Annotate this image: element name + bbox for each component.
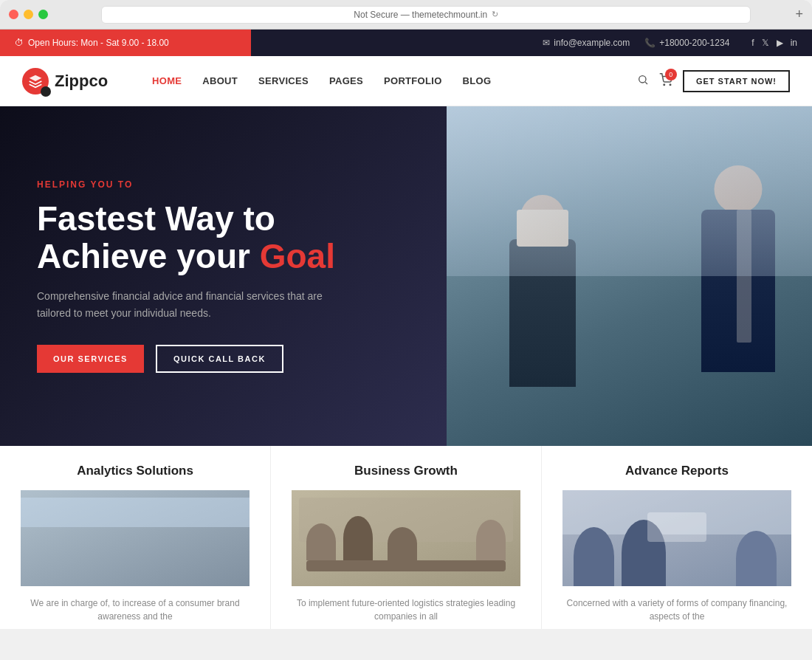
reload-icon[interactable]: ↻ — [492, 10, 498, 19]
nav-about[interactable]: ABOUT — [202, 75, 238, 86]
card-analytics-desc: We are in charge of, to increase of a co… — [21, 586, 250, 629]
hero-bg-right — [447, 106, 812, 446]
hero-title-highlight: Goal — [260, 237, 335, 275]
nav-services[interactable]: SERVICES — [258, 75, 309, 86]
address-bar[interactable]: Not Secure — themetechmount.in ↻ — [101, 6, 751, 24]
hero-title: Fastest Way to Achieve your Goal — [37, 200, 385, 275]
maximize-button[interactable] — [38, 10, 48, 19]
card-analytics-image — [21, 490, 250, 586]
twitter-icon[interactable]: 𝕏 — [762, 38, 769, 48]
top-bar-right: ✉ info@example.com 📞 +18000-200-1234 f 𝕏… — [251, 30, 812, 56]
cart-badge: 0 — [665, 69, 677, 80]
hero-title-line1: Fastest Way to — [37, 199, 275, 238]
nav-home[interactable]: HOME — [152, 75, 182, 86]
browser-chrome: Not Secure — themetechmount.in ↻ + — [0, 0, 812, 30]
social-icons: f 𝕏 ▶ in — [751, 38, 797, 48]
card-reports-title: Advance Reports — [562, 464, 791, 478]
card-growth-title: Business Growth — [292, 464, 520, 478]
hero-content: HELPING YOU TO Fastest Way to Achieve yo… — [0, 106, 422, 446]
logo-icon — [22, 68, 49, 94]
nav-portfolio[interactable]: PORTFOLIO — [384, 75, 442, 86]
card-analytics-title: Analytics Solutions — [21, 464, 250, 478]
quick-callback-button[interactable]: QUICK CALL BACK — [156, 345, 283, 373]
traffic-lights — [9, 10, 48, 19]
get-start-button[interactable]: GET START NOW! — [683, 70, 790, 92]
svg-point-2 — [670, 84, 671, 86]
svg-point-0 — [639, 75, 646, 82]
hero-title-line2: Achieve your — [37, 237, 260, 275]
header-actions: 0 GET START NOW! — [637, 70, 790, 92]
phone-contact: 📞 +18000-200-1234 — [644, 38, 729, 48]
card-growth-image — [292, 490, 520, 586]
main-nav: HOME ABOUT SERVICES PAGES PORTFOLIO BLOG — [152, 75, 637, 86]
minimize-button[interactable] — [24, 10, 33, 19]
top-bar-left: ⏱ Open Hours: Mon - Sat 9.00 - 18.00 — [0, 30, 251, 56]
email-icon: ✉ — [543, 38, 550, 48]
card-reports-image — [562, 490, 791, 586]
logo-text: Zippco — [55, 72, 108, 91]
email-contact: ✉ info@example.com — [543, 38, 630, 48]
card-reports: Advance Reports Concerned with a variety… — [542, 446, 812, 629]
top-bar: ⏱ Open Hours: Mon - Sat 9.00 - 18.00 ✉ i… — [0, 30, 812, 56]
open-hours-text: Open Hours: Mon - Sat 9.00 - 18.00 — [28, 38, 169, 48]
svg-point-1 — [664, 84, 665, 86]
nav-blog[interactable]: BLOG — [463, 75, 492, 86]
hero-description: Comprehensive financial advice and finan… — [37, 288, 347, 321]
phone-icon: 📞 — [644, 38, 656, 48]
search-button[interactable] — [637, 74, 649, 89]
youtube-icon[interactable]: ▶ — [777, 38, 783, 48]
hero-section: HELPING YOU TO Fastest Way to Achieve yo… — [0, 106, 812, 446]
our-services-button[interactable]: OUR SERVICES — [37, 345, 144, 373]
header: Zippco HOME ABOUT SERVICES PAGES PORTFOL… — [0, 56, 812, 106]
new-tab-button[interactable]: + — [795, 7, 803, 22]
nav-pages[interactable]: PAGES — [329, 75, 363, 86]
close-button[interactable] — [9, 10, 18, 19]
clock-icon: ⏱ — [15, 38, 24, 48]
cart-button[interactable]: 0 — [659, 73, 672, 89]
hero-eyebrow: HELPING YOU TO — [37, 179, 385, 190]
card-reports-desc: Concerned with a variety of forms of com… — [562, 586, 791, 629]
cards-section: Analytics Solutions We are in charge of,… — [0, 446, 812, 629]
card-growth: Business Growth To implement future-orie… — [271, 446, 542, 629]
address-text: Not Secure — themetechmount.in — [354, 10, 487, 20]
email-text: info@example.com — [554, 38, 630, 48]
card-analytics: Analytics Solutions We are in charge of,… — [0, 446, 271, 629]
facebook-icon[interactable]: f — [751, 38, 754, 48]
linkedin-icon[interactable]: in — [791, 38, 797, 48]
card-growth-desc: To implement future-oriented logistics s… — [292, 586, 520, 629]
hero-buttons: OUR SERVICES QUICK CALL BACK — [37, 345, 385, 373]
logo[interactable]: Zippco — [22, 68, 108, 94]
phone-text: +18000-200-1234 — [659, 38, 729, 48]
